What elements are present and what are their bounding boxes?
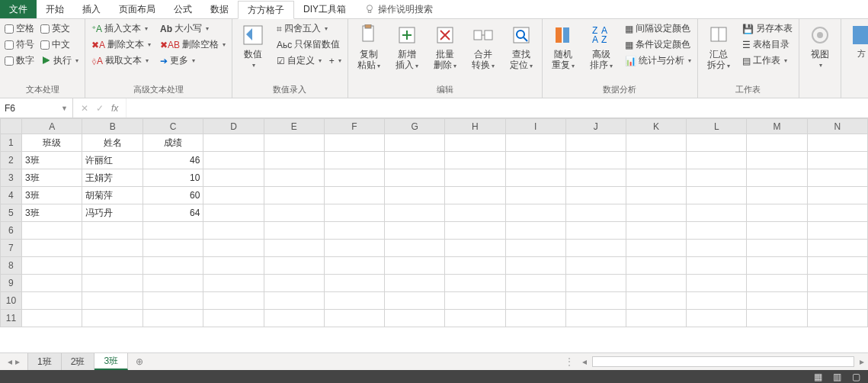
- cell[interactable]: [385, 187, 445, 204]
- fx-icon[interactable]: fx: [111, 103, 118, 114]
- scroll-right-icon[interactable]: ▸: [856, 356, 868, 367]
- cell[interactable]: [324, 204, 384, 222]
- cell[interactable]: [21, 310, 82, 327]
- row-header[interactable]: 3: [1, 169, 22, 187]
- cell[interactable]: 3班: [21, 204, 82, 222]
- col-header-G[interactable]: G: [385, 119, 445, 134]
- view-break-icon[interactable]: ▢: [852, 372, 860, 382]
- btn-interval-color[interactable]: ▦间隔设定颜色: [623, 21, 693, 36]
- cell[interactable]: [264, 187, 324, 204]
- cell[interactable]: [687, 222, 747, 240]
- btn-advanced-sort[interactable]: ZAAZ高级排序▾: [585, 21, 617, 72]
- col-header-D[interactable]: D: [203, 119, 264, 134]
- cell[interactable]: [505, 275, 565, 292]
- table-row[interactable]: 23班许丽红46: [1, 152, 868, 169]
- menu-page-layout[interactable]: 页面布局: [110, 0, 165, 18]
- menu-insert[interactable]: 插入: [73, 0, 110, 18]
- btn-condition-color[interactable]: ▦条件设定颜色: [623, 37, 693, 52]
- table-row[interactable]: 33班王娟芳10: [1, 169, 868, 187]
- cell[interactable]: [264, 152, 324, 169]
- cell[interactable]: 3班: [21, 152, 82, 169]
- cell[interactable]: [264, 169, 324, 187]
- cell[interactable]: [264, 292, 324, 310]
- cell[interactable]: [505, 222, 565, 240]
- cell[interactable]: [21, 222, 82, 240]
- col-header-C[interactable]: C: [143, 119, 203, 134]
- btn-save-as[interactable]: 💾另存本表: [741, 21, 794, 36]
- cell[interactable]: 60: [143, 187, 203, 204]
- select-all-corner[interactable]: [1, 119, 22, 134]
- cell[interactable]: [747, 187, 807, 204]
- cell[interactable]: [565, 187, 626, 204]
- cell[interactable]: [203, 275, 264, 292]
- cell[interactable]: [264, 310, 324, 327]
- cell[interactable]: [82, 275, 143, 292]
- cell[interactable]: [324, 292, 384, 310]
- btn-keep-value[interactable]: Aьc只保留数值: [275, 37, 343, 52]
- cell[interactable]: [747, 257, 807, 275]
- btn-worksheet[interactable]: ▤工作表▾: [741, 53, 794, 68]
- cell[interactable]: [807, 222, 867, 240]
- col-header-L[interactable]: L: [687, 119, 747, 134]
- btn-case[interactable]: Ab大小写▾: [159, 21, 227, 36]
- btn-summary-split[interactable]: 汇总拆分▾: [703, 21, 735, 72]
- menu-file[interactable]: 文件: [0, 0, 37, 18]
- btn-delete-text[interactable]: ✖A删除文本▾: [90, 37, 152, 52]
- cell[interactable]: [565, 204, 626, 222]
- cell[interactable]: [445, 310, 505, 327]
- table-row[interactable]: 8: [1, 257, 868, 275]
- cell[interactable]: [687, 292, 747, 310]
- menu-start[interactable]: 开始: [37, 0, 73, 18]
- cell[interactable]: [203, 152, 264, 169]
- btn-round[interactable]: ⌗四舍五入▾: [275, 21, 343, 36]
- cell[interactable]: [445, 222, 505, 240]
- horizontal-scrollbar[interactable]: ◂ ▸: [578, 353, 868, 370]
- cell[interactable]: [264, 222, 324, 240]
- table-row[interactable]: 6: [1, 222, 868, 240]
- scroll-track[interactable]: [592, 356, 854, 367]
- btn-custom[interactable]: ☑自定义▾ +▾: [275, 53, 343, 68]
- row-header[interactable]: 7: [1, 240, 22, 257]
- namebox-dropdown-icon[interactable]: ▼: [61, 105, 68, 112]
- table-row[interactable]: 11: [1, 310, 868, 327]
- cell[interactable]: [565, 257, 626, 275]
- cell[interactable]: [687, 204, 747, 222]
- row-header[interactable]: 10: [1, 292, 22, 310]
- cell[interactable]: [445, 292, 505, 310]
- cell[interactable]: [82, 292, 143, 310]
- cell[interactable]: [203, 169, 264, 187]
- tab-first-icon[interactable]: ◂: [8, 356, 12, 367]
- cell[interactable]: [626, 134, 686, 152]
- cell[interactable]: [747, 152, 807, 169]
- tab-splitter[interactable]: ⋮: [565, 353, 578, 370]
- cell[interactable]: 成绩: [143, 134, 203, 152]
- cell[interactable]: [626, 169, 686, 187]
- cell[interactable]: [385, 292, 445, 310]
- cell[interactable]: 冯巧丹: [82, 204, 143, 222]
- sheet-tab-2班[interactable]: 2班: [62, 353, 95, 370]
- btn-value[interactable]: 数值▾: [237, 21, 269, 72]
- cell[interactable]: [505, 134, 565, 152]
- cell[interactable]: [565, 292, 626, 310]
- menu-formula[interactable]: 公式: [165, 0, 201, 18]
- cell[interactable]: [445, 152, 505, 169]
- row-header[interactable]: 9: [1, 275, 22, 292]
- cell[interactable]: [203, 187, 264, 204]
- cell[interactable]: 王娟芳: [82, 169, 143, 187]
- cell[interactable]: [82, 240, 143, 257]
- cell[interactable]: [626, 310, 686, 327]
- cell[interactable]: [626, 222, 686, 240]
- cell[interactable]: [203, 310, 264, 327]
- cell[interactable]: [324, 169, 384, 187]
- add-sheet-button[interactable]: ⊕: [128, 353, 151, 370]
- table-row[interactable]: 7: [1, 240, 868, 257]
- btn-copy-paste[interactable]: 复制粘贴▾: [353, 21, 385, 72]
- cell[interactable]: [82, 222, 143, 240]
- cell[interactable]: [385, 310, 445, 327]
- cell[interactable]: [687, 257, 747, 275]
- cell[interactable]: [264, 257, 324, 275]
- cell[interactable]: [747, 204, 807, 222]
- btn-insert-new[interactable]: 新增插入▾: [391, 21, 423, 72]
- view-page-icon[interactable]: ▥: [833, 372, 841, 382]
- cell[interactable]: [203, 292, 264, 310]
